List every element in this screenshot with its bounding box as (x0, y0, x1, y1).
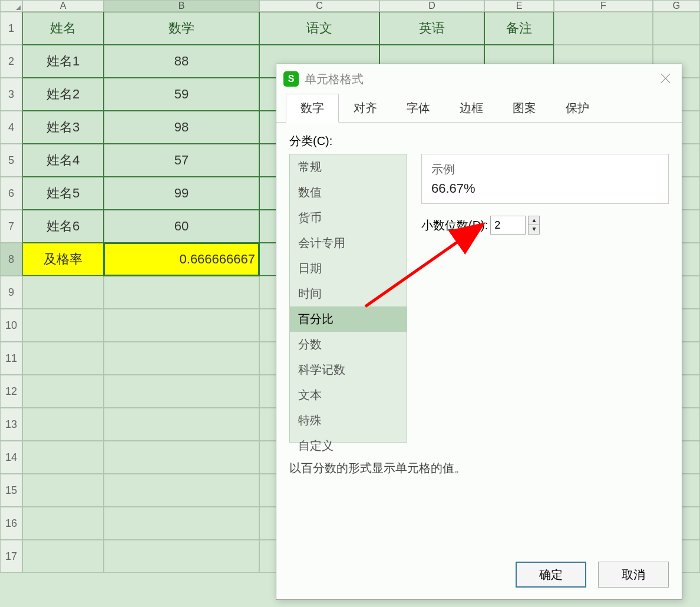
cell-A13[interactable] (22, 408, 104, 441)
cell-B4[interactable]: 98 (104, 111, 259, 144)
row-header-3[interactable]: 3 (0, 78, 22, 111)
cancel-button[interactable]: 取消 (598, 562, 669, 588)
cell-B11[interactable] (104, 342, 259, 375)
tab-pattern[interactable]: 图案 (498, 94, 551, 123)
category-scientific[interactable]: 科学记数 (290, 357, 407, 382)
category-special[interactable]: 特殊 (290, 408, 407, 433)
tab-number[interactable]: 数字 (286, 94, 339, 123)
cell-A1[interactable]: 姓名 (22, 12, 104, 45)
row-header-4[interactable]: 4 (0, 111, 22, 144)
cell-D1[interactable]: 英语 (379, 12, 484, 45)
row-header-10[interactable]: 10 (0, 309, 22, 342)
decimal-spinner: ▲ ▼ (528, 216, 540, 235)
ok-button[interactable]: 确定 (516, 562, 586, 588)
tab-protection[interactable]: 保护 (551, 94, 604, 123)
example-label: 示例 (431, 161, 659, 177)
tab-alignment[interactable]: 对齐 (339, 94, 392, 123)
cell-C1[interactable]: 语文 (259, 12, 379, 45)
cell-A15[interactable] (22, 474, 104, 507)
cell-A7[interactable]: 姓名6 (22, 210, 104, 243)
cell-B6[interactable]: 99 (104, 177, 259, 210)
cell-A3[interactable]: 姓名2 (22, 78, 104, 111)
col-header-B[interactable]: B (104, 0, 259, 12)
category-percentage[interactable]: 百分比 (290, 306, 407, 332)
col-header-E[interactable]: E (484, 0, 554, 12)
category-fraction[interactable]: 分数 (290, 332, 407, 357)
cell-B3[interactable]: 59 (104, 78, 259, 111)
cell-A16[interactable] (22, 507, 104, 540)
format-options-pane: 示例 66.67% 小数位数(D): ▲ ▼ (421, 154, 669, 235)
row-header-6[interactable]: 6 (0, 177, 22, 210)
cell-B16[interactable] (104, 507, 259, 540)
dialog-title: 单元格格式 (305, 71, 657, 87)
cell-B8[interactable]: 0.666666667 (104, 243, 259, 276)
cell-B17[interactable] (104, 540, 259, 573)
cell-A9[interactable] (22, 276, 104, 309)
cell-A10[interactable] (22, 309, 104, 342)
cell-A2[interactable]: 姓名1 (22, 45, 104, 78)
cell-G1[interactable] (653, 12, 700, 45)
row-header-8[interactable]: 8 (0, 243, 22, 276)
tab-font[interactable]: 字体 (392, 94, 445, 123)
row-header-16[interactable]: 16 (0, 507, 22, 540)
spinner-up-icon[interactable]: ▲ (529, 216, 539, 225)
cell-B7[interactable]: 60 (104, 210, 259, 243)
dialog-titlebar[interactable]: S 单元格格式 (276, 64, 682, 94)
col-header-F[interactable]: F (554, 0, 653, 12)
cell-A6[interactable]: 姓名5 (22, 177, 104, 210)
col-header-C[interactable]: C (259, 0, 379, 12)
category-general[interactable]: 常规 (290, 154, 407, 180)
cell-B12[interactable] (104, 375, 259, 408)
cell-F1[interactable] (554, 12, 653, 45)
category-date[interactable]: 日期 (290, 256, 407, 281)
cell-A8[interactable]: 及格率 (22, 243, 104, 276)
category-accounting[interactable]: 会计专用 (290, 230, 407, 256)
category-currency[interactable]: 货币 (290, 205, 407, 230)
cell-A4[interactable]: 姓名3 (22, 111, 104, 144)
cell-A17[interactable] (22, 540, 104, 573)
cell-E1[interactable]: 备注 (484, 12, 554, 45)
row-header-2[interactable]: 2 (0, 45, 22, 78)
row-header-14[interactable]: 14 (0, 441, 22, 474)
category-custom[interactable]: 自定义 (290, 433, 407, 458)
cell-B15[interactable] (104, 474, 259, 507)
col-header-D[interactable]: D (379, 0, 484, 12)
spinner-down-icon[interactable]: ▼ (529, 225, 539, 234)
category-time[interactable]: 时间 (290, 281, 407, 306)
row-header-12[interactable]: 12 (0, 375, 22, 408)
select-all-corner[interactable] (0, 0, 22, 12)
cell-A5[interactable]: 姓名4 (22, 144, 104, 177)
close-icon[interactable] (657, 70, 675, 88)
cell-B14[interactable] (104, 441, 259, 474)
cell-A11[interactable] (22, 342, 104, 375)
decimal-label: 小数位数(D): (421, 217, 488, 233)
cell-B9[interactable] (104, 276, 259, 309)
row-header-17[interactable]: 17 (0, 540, 22, 573)
category-label: 分类(C): (289, 133, 669, 149)
cell-format-dialog: S 单元格格式 数字 对齐 字体 边框 图案 保护 分类(C): 常规 数值 货… (276, 64, 682, 600)
row-header-5[interactable]: 5 (0, 144, 22, 177)
row-header-9[interactable]: 9 (0, 276, 22, 309)
cell-B1[interactable]: 数学 (104, 12, 259, 45)
category-number[interactable]: 数值 (290, 180, 407, 205)
column-header-row: A B C D E F G (0, 0, 700, 12)
col-header-A[interactable]: A (22, 0, 104, 12)
cell-B2[interactable]: 88 (104, 45, 259, 78)
cell-B13[interactable] (104, 408, 259, 441)
row-header-15[interactable]: 15 (0, 474, 22, 507)
dialog-body: 分类(C): 常规 数值 货币 会计专用 日期 时间 百分比 分数 科学记数 文… (276, 123, 682, 552)
row-header-11[interactable]: 11 (0, 342, 22, 375)
dialog-footer: 确定 取消 (276, 552, 682, 599)
category-list[interactable]: 常规 数值 货币 会计专用 日期 时间 百分比 分数 科学记数 文本 特殊 自定… (289, 154, 407, 443)
row-header-7[interactable]: 7 (0, 210, 22, 243)
cell-B5[interactable]: 57 (104, 144, 259, 177)
row-header-13[interactable]: 13 (0, 408, 22, 441)
cell-B10[interactable] (104, 309, 259, 342)
tab-border[interactable]: 边框 (445, 94, 498, 123)
col-header-G[interactable]: G (653, 0, 700, 12)
decimal-places-input[interactable] (490, 216, 526, 235)
row-header-1[interactable]: 1 (0, 12, 22, 45)
cell-A14[interactable] (22, 441, 104, 474)
category-text[interactable]: 文本 (290, 382, 407, 408)
cell-A12[interactable] (22, 375, 104, 408)
